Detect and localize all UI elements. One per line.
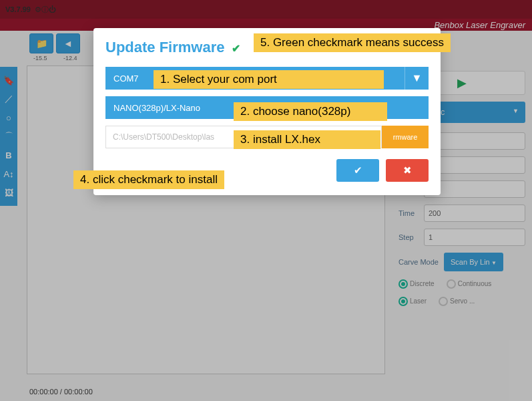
cancel-button[interactable]: ✖	[386, 159, 429, 182]
com-dropdown-arrow[interactable]: ▼	[405, 67, 429, 90]
success-check-icon: ✔	[232, 43, 240, 54]
com-selected[interactable]: COM7	[105, 67, 159, 90]
confirm-button[interactable]: ✔	[336, 159, 379, 182]
annotation-2: 2. choose nano(328p)	[234, 102, 387, 121]
annotation-4: 4. click checkmark to install	[73, 170, 224, 189]
annotation-1: 1. Select your com port	[154, 70, 384, 89]
firmware-browse-button[interactable]: rmware	[382, 126, 429, 148]
annotation-5: 5. Green checkmark means success	[254, 33, 451, 52]
annotation-3: 3. install LX.hex	[234, 130, 380, 149]
